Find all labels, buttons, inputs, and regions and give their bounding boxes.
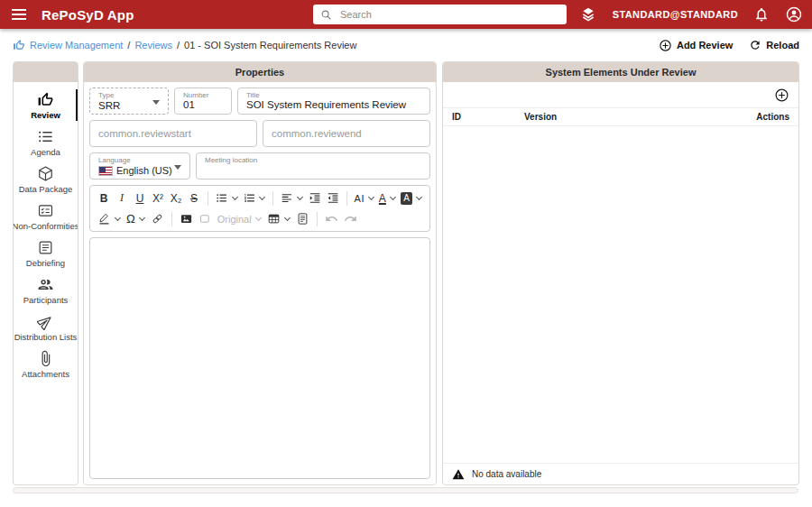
review-nav-panel: Review Agenda Data Package Non-Conformit… (13, 61, 78, 485)
sidebar-item-label: Review (31, 110, 60, 120)
add-review-button[interactable]: Add Review (659, 39, 733, 52)
type-select[interactable]: Type SRR (89, 88, 169, 115)
text-align-button[interactable] (278, 189, 306, 207)
toolbar-divider (272, 191, 273, 206)
us-flag-icon (98, 166, 113, 176)
sidebar-item-label: Debriefing (26, 258, 65, 268)
underline-button[interactable]: U (131, 189, 149, 207)
search-box[interactable] (313, 5, 567, 24)
bold-button[interactable]: B (95, 189, 113, 207)
number-field[interactable]: Number (174, 88, 232, 115)
caret-down-icon (284, 214, 291, 220)
indent-decrease-button[interactable] (324, 189, 342, 207)
paper-plane-icon (37, 313, 54, 330)
properties-panel-title: Properties (84, 62, 436, 82)
thumb-up-icon (37, 91, 54, 108)
sidebar-item-debriefing[interactable]: Debriefing (14, 235, 78, 272)
nav-items: Review Agenda Data Package Non-Conformit… (14, 82, 78, 383)
superscript-button[interactable]: X² (149, 189, 167, 207)
rich-text-toolbar: B I U X² X₂ S (89, 185, 430, 232)
sidebar-item-participants[interactable]: Participants (14, 272, 78, 309)
sidebar-item-non-conformities[interactable]: Non-Conformities (14, 198, 78, 235)
number-input[interactable] (183, 98, 224, 111)
caret-down-icon (255, 214, 262, 220)
type-value: SRR (98, 100, 161, 111)
account-circle-icon[interactable] (785, 5, 803, 23)
page-actions: Add Review Reload (659, 39, 799, 52)
bulleted-list-icon (37, 128, 54, 145)
caret-down-icon (390, 193, 396, 199)
rich-text-editor-area[interactable] (89, 237, 430, 479)
app-title: RePoSyD App (42, 7, 134, 23)
link-button[interactable] (148, 210, 167, 228)
insert-image-button[interactable] (177, 210, 196, 228)
reload-button[interactable]: Reload (749, 39, 799, 51)
review-start-field[interactable] (89, 120, 257, 147)
numbered-list-button[interactable] (241, 189, 269, 207)
meeting-location-field[interactable]: Meeting location (196, 152, 430, 180)
undo-icon (325, 212, 338, 226)
undo-button[interactable] (322, 210, 341, 228)
marker-pen-icon (97, 212, 111, 226)
cube-icon (37, 165, 54, 182)
font-size-glyph: AI (355, 193, 364, 204)
sidebar-item-review[interactable]: Review (14, 87, 78, 124)
special-characters-button[interactable]: Ω (124, 210, 148, 228)
sidebar-item-agenda[interactable]: Agenda (14, 124, 78, 161)
add-element-button[interactable] (774, 88, 789, 103)
add-icon[interactable] (535, 5, 553, 23)
indent-increase-button[interactable] (306, 189, 324, 207)
system-elements-panel: System Elements Under Review ID Version … (442, 61, 799, 485)
subscript-button[interactable]: X₂ (167, 189, 185, 207)
checklist-icon (37, 202, 54, 219)
original-size-label: Original (217, 214, 252, 225)
nav-panel-header (14, 62, 78, 82)
search-icon (319, 8, 333, 22)
language-label: Language (98, 156, 131, 164)
meeting-location-input[interactable] (205, 163, 422, 176)
review-start-input[interactable] (90, 121, 256, 146)
search-input[interactable] (338, 8, 560, 21)
font-color-button[interactable]: A (376, 189, 398, 207)
toolbar-divider (171, 212, 172, 226)
sidebar-item-attachments[interactable]: Attachments (14, 346, 78, 383)
strikethrough-button[interactable]: S (185, 189, 203, 207)
caret-down-icon (259, 193, 265, 199)
column-header-id: ID (452, 112, 524, 122)
italic-button[interactable]: I (113, 189, 131, 207)
source-view-button[interactable] (293, 210, 312, 228)
review-end-field[interactable] (263, 120, 430, 147)
menu-icon[interactable] (12, 9, 26, 20)
properties-form: Type SRR Number Title Language (84, 82, 436, 484)
breadcrumb-separator: / (177, 40, 180, 51)
font-color-glyph: A (379, 192, 386, 205)
title-field[interactable]: Title (237, 88, 430, 115)
breadcrumb-link-reviews[interactable]: Reviews (134, 40, 172, 51)
breadcrumb-link-review-management[interactable]: Review Management (30, 40, 123, 51)
paperclip-icon (37, 350, 54, 367)
title-input[interactable] (246, 98, 422, 111)
highlight-button[interactable] (95, 210, 124, 228)
horizontal-scrollbar[interactable] (13, 487, 798, 493)
sidebar-item-distribution-lists[interactable]: Distribution Lists (14, 309, 78, 346)
review-end-input[interactable] (263, 121, 429, 146)
font-size-button[interactable]: AI (352, 189, 376, 207)
language-select[interactable]: Language English (US) (89, 152, 190, 180)
redo-button[interactable] (341, 210, 360, 228)
notifications-bell-icon[interactable] (753, 6, 770, 23)
layers-icon[interactable] (579, 5, 597, 23)
resize-image-button[interactable] (196, 210, 215, 228)
bullet-list-button[interactable] (213, 189, 241, 207)
sidebar-item-data-package[interactable]: Data Package (14, 161, 78, 198)
image-size-original-button[interactable]: Original (215, 210, 264, 228)
sidebar-item-label: Data Package (19, 184, 73, 194)
breadcrumb: Review Management / Reviews / 01 - SOI S… (13, 39, 356, 51)
toolbar-divider (317, 212, 318, 226)
active-tab-indicator (76, 89, 78, 121)
redo-icon (344, 212, 357, 226)
insert-table-button[interactable] (264, 210, 293, 228)
caret-down-icon (297, 193, 303, 199)
column-header-version: Version (524, 112, 756, 122)
plus-circle-icon (774, 88, 789, 103)
background-color-button[interactable]: A (398, 189, 425, 207)
